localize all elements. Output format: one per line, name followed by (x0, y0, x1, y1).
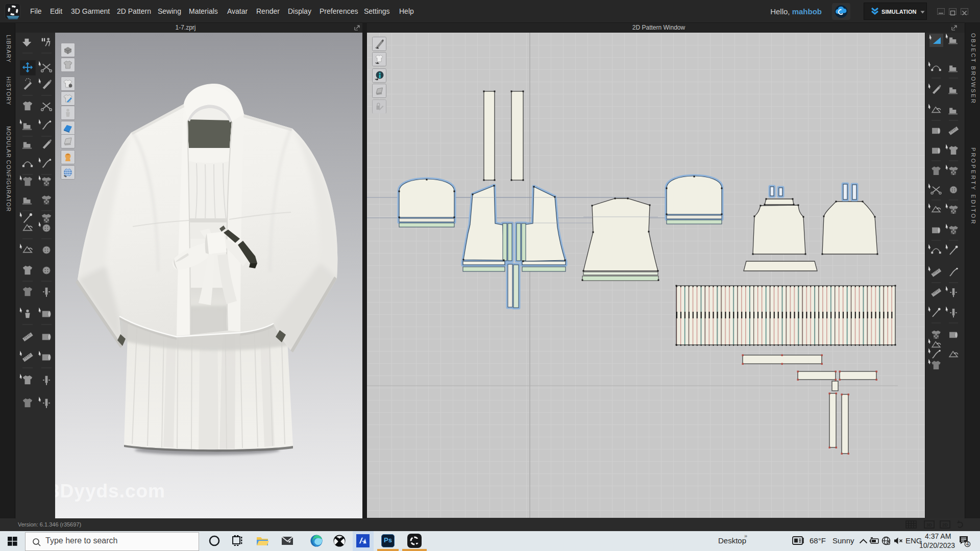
svg-text:3D: 3D (926, 522, 932, 528)
svg-text:2D: 2D (942, 522, 948, 528)
svg-text:4: 4 (966, 541, 969, 547)
